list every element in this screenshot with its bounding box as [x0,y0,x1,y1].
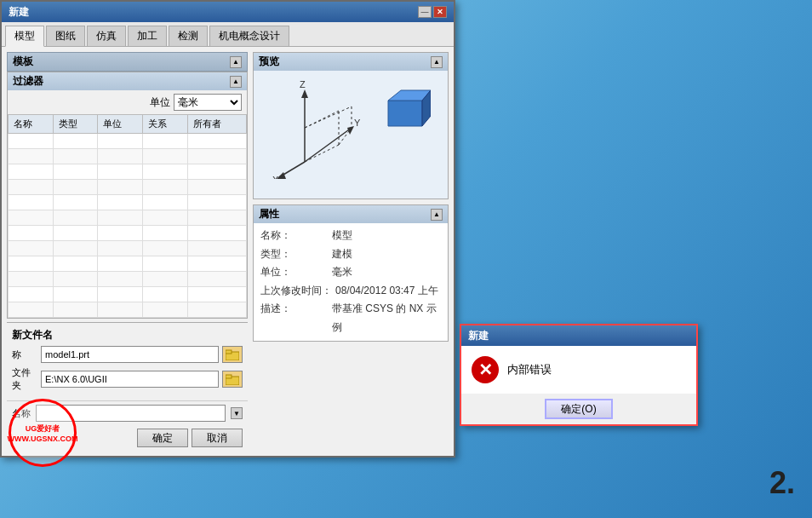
prop-type-row: 类型： 建模 [260,245,441,264]
table-row[interactable] [9,149,247,164]
prop-modified-label: 上次修改时间： [260,282,332,301]
table-row[interactable] [9,134,247,149]
svg-line-16 [305,145,339,162]
col-unit: 单位 [98,115,143,134]
prop-modified-row: 上次修改时间： 08/04/2012 03:47 上午 [260,282,441,301]
file-name-row: 称 [12,346,243,363]
preview-area: Z Y X [254,71,448,199]
cube-icon [380,83,431,133]
coordinate-system: Z Y X [271,77,364,181]
svg-marker-11 [347,126,354,135]
new-file-header: 新文件名 [12,328,243,342]
table-row[interactable] [9,302,247,318]
prop-unit-label: 单位： [260,263,329,282]
tab-machining[interactable]: 加工 [128,26,167,46]
table-row[interactable] [9,164,247,180]
ok-button[interactable]: 确定 [137,429,188,447]
table-row[interactable] [9,195,247,210]
file-name-input[interactable] [41,346,219,363]
error-title-bar: 新建 [461,325,696,346]
left-panel: 模板 ▲ 过滤器 ▲ 单位 毫米 英寸 [7,52,248,451]
col-relation: 关系 [143,115,188,134]
prop-desc-row: 描述： 带基准 CSYS 的 NX 示例 [260,300,441,337]
table-row[interactable] [9,226,247,241]
table-row[interactable] [9,256,247,272]
filter-title: 过滤器 [13,74,43,89]
number-annotation: 2. [769,465,795,501]
tabs-bar: 模型 图纸 仿真 加工 检测 机电概念设计 [2,22,454,47]
error-icon: ✕ [472,356,499,383]
prop-name-row: 名称： 模型 [260,227,441,245]
table-row[interactable] [9,210,247,226]
watermark-line2: WWW.UGSNX.COM [8,435,78,443]
tab-mechatronics[interactable]: 机电概念设计 [209,26,289,46]
right-panel: 预览 ▲ [253,52,449,451]
table-row[interactable] [9,287,247,302]
close-button[interactable]: ✕ [433,6,447,18]
preview-header: 预览 ▲ [254,53,448,71]
prop-name-label: 名称： [260,227,329,245]
table-row[interactable] [9,272,247,287]
preview-collapse-btn[interactable]: ▲ [431,56,443,68]
table-row[interactable] [9,241,247,256]
template-collapse-btn[interactable]: ▲ [230,56,242,68]
svg-rect-1 [226,350,232,354]
properties-header: 属性 ▲ [254,205,448,223]
table-body [9,134,247,318]
bottom-arrow[interactable]: ▼ [231,407,243,419]
tab-inspection[interactable]: 检测 [169,26,208,46]
col-type: 类型 [53,115,98,134]
prop-unit-row: 单位： 毫米 [260,263,441,282]
error-dialog: 新建 ✕ 内部错误 确定(O) [460,324,698,426]
preview-title: 预览 [259,55,279,69]
folder-input[interactable] [41,371,219,388]
tab-model[interactable]: 模型 [5,26,44,47]
unit-select[interactable]: 毫米 英寸 [174,94,242,111]
col-owner: 所有者 [187,115,246,134]
title-bar-buttons: — ✕ [418,6,447,18]
svg-text:X: X [272,175,279,179]
folder-row: 文件夹 [12,366,243,392]
prop-desc-value: 带基准 CSYS 的 NX 示例 [332,300,441,337]
preview-section: 预览 ▲ [253,52,449,199]
error-buttons: 确定(O) [461,394,696,424]
folder-browse-button[interactable] [222,371,243,388]
main-content: 模板 ▲ 过滤器 ▲ 单位 毫米 英寸 [2,47,454,456]
tab-simulation[interactable]: 仿真 [87,26,126,46]
watermark-circle: UG爱好者 WWW.UGSNX.COM [9,399,77,467]
folder-label: 文件夹 [12,366,37,392]
main-dialog-title: 新建 [9,5,29,20]
error-message: 内部错误 [507,362,552,377]
svg-line-21 [305,106,352,128]
table-row[interactable] [9,180,247,195]
filter-collapse-btn[interactable]: ▲ [230,76,242,88]
prop-name-value: 模型 [332,227,352,245]
properties-collapse-btn[interactable]: ▲ [431,209,443,221]
confirm-button[interactable]: 确定(O) [545,399,613,419]
error-dialog-title: 新建 [468,329,489,343]
prop-unit-value: 毫米 [332,263,352,282]
file-name-label: 称 [12,348,37,361]
new-file-section: 新文件名 称 文件夹 [7,322,248,400]
properties-title: 属性 [259,207,279,222]
svg-marker-4 [388,101,422,126]
error-content: ✕ 内部错误 [461,346,696,394]
file-browse-button[interactable] [222,346,243,363]
unit-label: 单位 [150,95,170,110]
filter-unit-row: 单位 毫米 英寸 [8,90,247,114]
tab-drawing[interactable]: 图纸 [46,26,85,46]
main-title-bar: 新建 — ✕ [2,2,454,22]
prop-type-label: 类型： [260,245,329,264]
prop-type-value: 建模 [332,245,352,264]
col-name: 名称 [9,115,54,134]
minimize-button[interactable]: — [418,6,432,18]
watermark: UG爱好者 WWW.UGSNX.COM [9,399,77,467]
properties-section: 属性 ▲ 名称： 模型 类型： 建模 单位： 毫米 [253,204,449,342]
main-dialog: 新建 — ✕ 模型 图纸 仿真 加工 检测 机电概念设计 模板 ▲ 过滤器 ▲ [0,0,455,458]
svg-text:Y: Y [354,118,361,128]
template-title: 模板 [13,55,33,69]
cancel-button[interactable]: 取消 [192,429,243,447]
properties-content: 名称： 模型 类型： 建模 单位： 毫米 上次修改时间： 08/04/2012 … [254,223,448,341]
template-table: 名称 类型 单位 关系 所有者 [8,114,247,318]
watermark-line1: UG爱好者 [26,423,60,435]
